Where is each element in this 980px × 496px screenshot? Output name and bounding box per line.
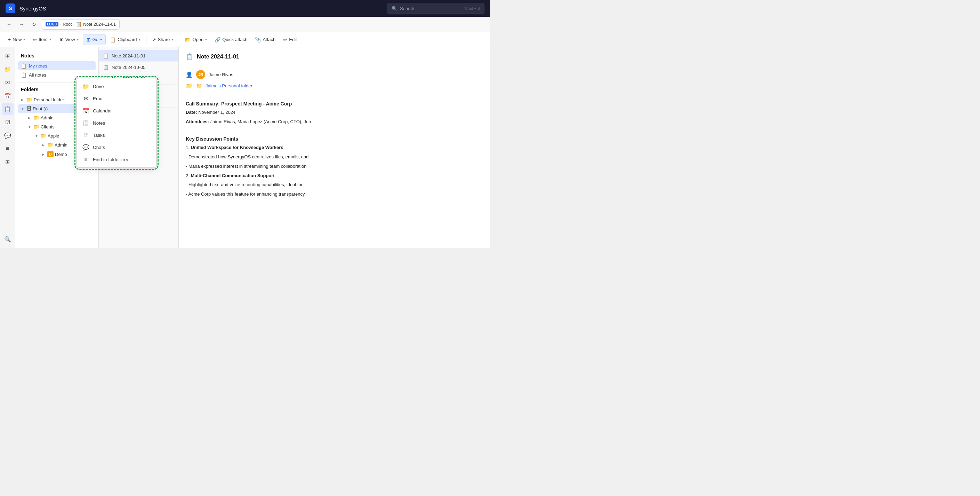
search-placeholder: Search [400,6,462,11]
attach-label: Attach [262,37,275,42]
new-label: New [13,37,22,42]
attendees-label: Attendees: [186,119,209,124]
forward-button[interactable]: → [17,19,26,29]
note-item-3-icon: 📋 [103,88,109,93]
sidebar-icon-layout[interactable]: ⊞ [2,50,14,62]
sidebar-icon-calendar[interactable]: 📅 [2,90,14,102]
toolbar: + New ▾ ✏ Item ▾ 👁 View ▾ ⊞ Go ▾ 📋 Clipb… [0,32,490,47]
refresh-button[interactable]: ↻ [29,19,39,29]
go-chevron-icon: ▾ [100,38,102,41]
note-meta: 👤 JR Jaime Rivas 📁 📁 Jaime's Personal fo… [186,70,483,94]
point2-title: Multi-Channel Communication Support [191,173,274,178]
item-button[interactable]: ✏ Item ▾ [29,34,54,45]
folder-root[interactable]: ▼ 🗄 Root (/) [18,104,95,113]
note-folder-row: 📁 📁 Jaime's Personal folder [186,83,483,89]
author-avatar: JR [196,70,205,79]
go-button[interactable]: ⊞ Go ▾ [83,34,106,45]
folder-clients[interactable]: ▼ 📁 Clients [25,122,95,131]
folder-link[interactable]: Jaime's Personal folder [205,83,253,88]
point1: 1. Unified Workspace for Knowledge Worke… [186,144,483,152]
sidebar-icon-chat[interactable]: 💬 [2,129,14,141]
folder-apple[interactable]: ▼ 📁 Apple [32,131,95,140]
back-button[interactable]: ← [4,19,14,29]
quick-attach-button[interactable]: 🔗 Quick attach [211,34,251,45]
point1-text2: - Maria expressed interest in streamlini… [186,163,483,170]
clients-folder-icon: 📁 [33,124,39,129]
admin-chevron-icon: ▶ [28,116,32,120]
item-label: Item [38,37,47,42]
breadcrumb-sep-1: › [60,22,61,26]
note-list-item-2[interactable]: 📋 Note 2024-10-01 [99,73,178,85]
folder-personal[interactable]: ▶ 📁 Personal folder [18,95,95,104]
apple-folder-label: Apple [48,133,59,139]
my-notes-label: My notes [29,63,47,69]
share-button[interactable]: ↗ Share ▾ [148,34,177,45]
sidebar-icon-email[interactable]: ✉ [2,77,14,88]
tree-sidebar: Notes 📋 My notes 📋 All notes Folders ▶ 📁… [15,47,99,248]
go-label: Go [92,37,99,42]
breadcrumb-note[interactable]: 📋 Note 2024-11-01 [76,22,116,27]
author-name: Jaime Rivas [208,72,233,77]
edit-button[interactable]: ✏ Edit [280,34,300,45]
search-icon: 🔍 [391,6,397,11]
breadcrumb-root[interactable]: Root [63,22,72,27]
item-chevron-icon: ▾ [49,38,51,41]
sidebar-item-all-notes[interactable]: 📋 All notes [18,70,95,79]
note-item-4-icon: 📋 [103,99,109,104]
author-initials: JR [198,72,203,77]
view-label: View [65,37,75,42]
admin2-folder-icon: 📁 [47,142,53,148]
breadcrumb-logo: LOGO [46,22,59,26]
search-bar[interactable]: 🔍 Search Cmd + S [387,3,484,14]
admin-folder-icon: 📁 [33,115,39,120]
sidebar-icon-notes[interactable]: 📋 [2,103,14,115]
open-button[interactable]: 📂 Open ▾ [181,34,210,45]
folder-yellow-icon: 📁 [196,83,202,89]
note-detail: 📋 Note 2024-11-01 👤 JR Jaime Rivas 📁 📁 J… [179,47,490,248]
note-list-item-3[interactable]: 📋 Call with Javier [99,85,178,96]
note-list-item-1[interactable]: 📋 Note 2024-10-05 [99,62,178,73]
view-button[interactable]: 👁 View ▾ [55,34,82,45]
personal-folder-icon: 📁 [26,97,32,102]
note-item-3-title: Call with Javier [111,88,142,93]
note-list-item-4[interactable]: 📋 🔒 Call with Tim Cook [99,96,178,108]
folder-admin[interactable]: ▶ 📁 Admin [25,113,95,122]
sidebar-icon-tasks[interactable]: ☑ [2,116,14,128]
note-list-item-active[interactable]: 📋 Note 2024-11-01 [99,50,178,62]
date-label: Date: [186,110,197,115]
point2-text1: - Highlighted text and voice recording c… [186,181,483,189]
app-logo: S [6,3,15,13]
apple-children: ▶ 📁 Admin ▶ D Demo [32,140,95,159]
point1-text1: - Demonstrated how SynergyOS centralizes… [186,153,483,161]
folder-demo[interactable]: ▶ D Demo [39,149,95,159]
folder-admin2[interactable]: ▶ 📁 Admin [39,140,95,149]
clients-children: ▼ 📁 Apple ▶ 📁 Admin ▶ D Demo [25,131,95,159]
clipboard-button[interactable]: 📋 Clipboard ▾ [107,34,144,45]
admin2-folder-label: Admin [55,142,67,148]
content-area: ⊞ 📁 ✉ 📅 📋 ☑ 💬 ≡ ⊞ 🔍 Notes 📋 My notes 📋 A… [0,47,490,248]
note-item-1-title: Note 2024-10-05 [111,65,146,70]
note-author-row: 👤 JR Jaime Rivas [186,70,483,79]
sidebar-item-my-notes[interactable]: 📋 My notes [18,61,95,70]
note-item-4-lock-icon: 🔒 [111,100,116,104]
new-chevron-icon: ▾ [23,38,25,41]
open-label: Open [192,37,204,42]
navbar: ← → ↻ LOGO › Root › 📋 Note 2024-11-01 [0,17,490,32]
sidebar-icon-search[interactable]: 🔍 [2,233,14,245]
sidebar-icon-list[interactable]: ≡ [2,143,14,155]
root-folder-label: Root (/) [33,106,48,112]
demo-chevron-icon: ▶ [42,153,46,156]
sidebar-icon-folder[interactable]: 📁 [2,63,14,75]
quick-attach-label: Quick attach [222,37,247,42]
clients-chevron-icon: ▼ [28,125,32,129]
new-button[interactable]: + New ▾ [4,34,29,45]
attach-button[interactable]: 📎 Attach [251,34,279,45]
go-icon: ⊞ [87,37,91,43]
notes-section-title: Notes [18,51,95,61]
clipboard-chevron-icon: ▾ [139,38,140,41]
sidebar-icon-grid[interactable]: ⊞ [2,156,14,168]
plus-icon: + [8,37,11,43]
note-item-2-icon: 📋 [103,76,109,81]
folder-meta-icon: 📁 [186,83,192,89]
content-attendees: Attendees: Jaime Rivas, Maria Lopez (Acm… [186,118,483,126]
